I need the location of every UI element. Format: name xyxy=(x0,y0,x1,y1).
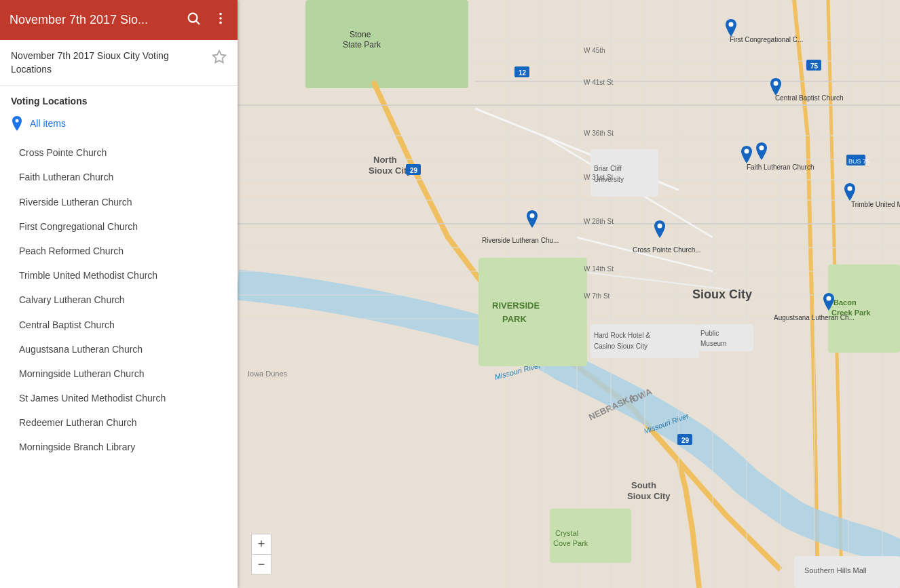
star-icon[interactable] xyxy=(212,50,227,68)
svg-rect-53 xyxy=(590,149,658,197)
svg-text:Casino Sioux City: Casino Sioux City xyxy=(594,342,648,350)
svg-rect-8 xyxy=(305,0,468,88)
svg-text:Central Baptist Church: Central Baptist Church xyxy=(775,94,844,102)
svg-text:Cove Park: Cove Park xyxy=(553,539,588,547)
sidebar-header: November 7th 2017 Sio... xyxy=(0,0,238,40)
svg-point-101 xyxy=(658,224,662,229)
svg-text:Southern Hills Mall: Southern Hills Mall xyxy=(804,566,867,574)
sidebar-description: November 7th 2017 Sioux City Voting Loca… xyxy=(0,40,238,86)
svg-line-1 xyxy=(196,21,199,24)
map-controls: + − xyxy=(251,534,271,574)
svg-text:Bacon: Bacon xyxy=(833,298,857,307)
svg-point-89 xyxy=(774,81,779,86)
svg-text:W 36th St: W 36th St xyxy=(584,130,614,137)
svg-text:29: 29 xyxy=(410,167,418,174)
svg-marker-5 xyxy=(213,51,225,62)
list-item[interactable]: Peach Reformed Church xyxy=(0,239,238,263)
svg-text:W 28th St: W 28th St xyxy=(584,218,614,225)
svg-text:Iowa Dunes: Iowa Dunes xyxy=(248,370,288,378)
svg-text:Riverside Lutheran Chu...: Riverside Lutheran Chu... xyxy=(482,237,559,244)
svg-text:W 7th St: W 7th St xyxy=(584,292,610,300)
list-item[interactable]: Redeemer Lutheran Church xyxy=(0,410,238,435)
list-item[interactable]: St James United Methodist Church xyxy=(0,386,238,410)
svg-point-97 xyxy=(848,187,852,191)
svg-text:Sioux City: Sioux City xyxy=(627,491,671,501)
list-item[interactable]: Morningside Lutheran Church xyxy=(0,361,238,386)
svg-point-87 xyxy=(729,22,734,27)
svg-text:State Park: State Park xyxy=(343,40,381,50)
svg-point-4 xyxy=(219,22,222,24)
sidebar: November 7th 2017 Sio... November 7th 20… xyxy=(0,0,238,588)
svg-text:First Congregational C...: First Congregational C... xyxy=(730,36,803,43)
list-item[interactable]: Cross Pointe Church xyxy=(0,140,238,165)
svg-text:W 45th: W 45th xyxy=(584,47,605,54)
map-container[interactable]: Stone State Park Missouri River Missouri… xyxy=(238,0,900,588)
svg-point-94 xyxy=(745,149,749,154)
locations-list: Cross Pointe ChurchFaith Lutheran Church… xyxy=(0,140,238,588)
list-item[interactable]: Calvary Lutheran Church xyxy=(0,288,238,312)
list-item[interactable]: Faith Lutheran Church xyxy=(0,165,238,189)
svg-text:Augustsana Lutheran Ch...: Augustsana Lutheran Ch... xyxy=(774,314,855,321)
more-vertical-icon[interactable] xyxy=(213,11,228,29)
all-items-pin xyxy=(11,117,23,130)
svg-point-6 xyxy=(16,119,19,123)
svg-point-3 xyxy=(219,17,222,20)
svg-text:W 31st St: W 31st St xyxy=(584,174,614,181)
svg-text:PARK: PARK xyxy=(502,314,527,324)
svg-text:Sioux City: Sioux City xyxy=(369,165,412,176)
svg-text:Faith Lutheran Church: Faith Lutheran Church xyxy=(747,163,814,171)
description-text: November 7th 2017 Sioux City Voting Loca… xyxy=(11,50,206,76)
list-item[interactable]: Central Baptist Church xyxy=(0,313,238,337)
sidebar-icons xyxy=(186,11,228,29)
svg-text:Briar Cliff: Briar Cliff xyxy=(594,165,622,172)
svg-point-95 xyxy=(760,146,764,151)
svg-text:12: 12 xyxy=(519,69,527,77)
list-item[interactable]: First Congregational Church xyxy=(0,214,238,239)
svg-text:W 41st St: W 41st St xyxy=(584,79,614,86)
voting-locations-section: Voting Locations All items xyxy=(0,86,238,140)
svg-rect-56 xyxy=(590,324,699,358)
list-item[interactable]: Riverside Lutheran Church xyxy=(0,190,238,214)
svg-text:RIVERSIDE: RIVERSIDE xyxy=(492,300,540,311)
svg-text:BUS 75: BUS 75 xyxy=(848,158,869,165)
svg-rect-44 xyxy=(479,258,587,366)
svg-text:Museum: Museum xyxy=(700,340,726,347)
svg-text:Sioux City: Sioux City xyxy=(692,288,752,301)
svg-text:Crystal: Crystal xyxy=(555,529,578,537)
svg-text:75: 75 xyxy=(810,62,819,70)
map-svg: Stone State Park Missouri River Missouri… xyxy=(238,0,900,588)
svg-text:W 14th St: W 14th St xyxy=(584,265,614,273)
sidebar-title: November 7th 2017 Sio... xyxy=(10,13,186,27)
svg-text:Trimble United Methodi...: Trimble United Methodi... xyxy=(851,201,900,208)
list-item[interactable]: Trimble United Methodist Church xyxy=(0,263,238,288)
zoom-in-button[interactable]: + xyxy=(251,534,271,554)
svg-point-99 xyxy=(530,214,535,218)
search-icon[interactable] xyxy=(186,11,201,29)
all-items-label: All items xyxy=(30,118,66,129)
zoom-out-button[interactable]: − xyxy=(251,554,271,574)
all-items-row[interactable]: All items xyxy=(11,115,227,135)
voting-locations-title: Voting Locations xyxy=(11,96,227,106)
svg-text:Stone: Stone xyxy=(350,30,371,39)
svg-point-2 xyxy=(219,13,222,16)
svg-text:Cross Pointe Church...: Cross Pointe Church... xyxy=(633,246,701,254)
svg-point-103 xyxy=(827,296,831,301)
svg-rect-59 xyxy=(699,324,753,351)
list-item[interactable]: Augustsana Lutheran Church xyxy=(0,337,238,361)
svg-text:Hard Rock Hotel &: Hard Rock Hotel & xyxy=(594,332,650,339)
svg-text:29: 29 xyxy=(681,437,690,444)
list-item[interactable]: Morningside Branch Library xyxy=(0,435,238,459)
svg-text:North: North xyxy=(373,155,397,165)
svg-text:South: South xyxy=(631,480,656,490)
svg-text:Public: Public xyxy=(700,330,719,337)
